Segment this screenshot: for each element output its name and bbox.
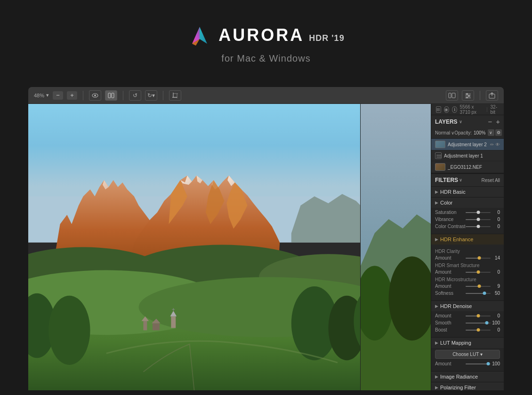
- export-button[interactable]: [486, 90, 498, 101]
- vibrance-slider-container[interactable]: [466, 219, 491, 220]
- filter-group-color-content: Saturation 0 Vibrance: [431, 208, 504, 234]
- remove-layer-button[interactable]: −: [488, 118, 492, 125]
- hdr-micro-softness-slider[interactable]: [466, 293, 491, 294]
- filter-group-image-radiance-header[interactable]: ▶ Image Radiance: [431, 371, 504, 382]
- image-radiance-arrow: ▶: [435, 374, 438, 379]
- svg-rect-44: [153, 324, 160, 331]
- layers-title[interactable]: LAYERS ∨: [435, 118, 462, 125]
- hdr-clarity-slider-container[interactable]: [466, 258, 491, 259]
- zoom-dropdown-icon: ▾: [46, 92, 49, 98]
- denoise-smooth-slider-container[interactable]: [466, 323, 491, 324]
- blend-mode-row: Normal ∨ Opacity: 100% ∨ ⚙: [431, 128, 504, 139]
- right-panel-image: [361, 104, 431, 390]
- layer-name-adj2: Adjustment layer 2: [448, 142, 488, 147]
- color-contrast-slider-container[interactable]: [466, 226, 491, 227]
- filter-group-hdr-basic-header[interactable]: ▶ HDR Basic: [431, 187, 504, 197]
- aurora-logo-icon: [187, 23, 212, 47]
- denoise-boost-slider[interactable]: [466, 330, 491, 331]
- layers-section: LAYERS ∨ − + Normal ∨ Opacity: 100%: [431, 115, 504, 174]
- vibrance-row: Vibrance 0: [435, 217, 500, 222]
- denoise-amount-slider-container[interactable]: [466, 316, 491, 316]
- image-dimensions: 5566 x 3710 px: [460, 104, 484, 115]
- filter-group-polarizing-header[interactable]: ▶ Polarizing Filter: [431, 382, 504, 390]
- filter-group-polarizing: ▶ Polarizing Filter: [431, 382, 504, 390]
- lut-amount-slider[interactable]: [466, 363, 491, 364]
- layer-thumb-adj2: [435, 141, 445, 148]
- zoom-control[interactable]: 48% ▾: [34, 92, 49, 98]
- layer-item-base[interactable]: _EGO3112.NEF: [431, 161, 504, 173]
- denoise-smooth-row: Smooth 100: [435, 320, 500, 325]
- opacity-chevron[interactable]: ∨: [488, 129, 494, 136]
- canvas-area: [28, 104, 360, 390]
- lut-arrow: ▶: [435, 340, 438, 345]
- hdr-clarity-slider[interactable]: [466, 258, 491, 259]
- denoise-amount-label: Amount: [435, 313, 466, 318]
- layer-icons-adj2: ✏ 👁: [490, 142, 500, 147]
- preview-toggle-button[interactable]: [89, 90, 101, 101]
- layer-item-adj2[interactable]: Adjustment layer 2 ✏ 👁: [431, 139, 504, 150]
- add-layer-button[interactable]: +: [496, 118, 500, 125]
- filter-group-image-radiance: ▶ Image Radiance: [431, 371, 504, 382]
- color-arrow: ▶: [435, 200, 438, 205]
- layer-item-adj1[interactable]: Adjustment layer 1: [431, 150, 504, 161]
- polarizing-arrow: ▶: [435, 385, 438, 390]
- branding-area: AURORA HDR '19 for Mac & Windows: [0, 0, 532, 87]
- filter-group-hdr-denoise-header[interactable]: ▶ HDR Denoise: [431, 301, 504, 311]
- hdr-smart-amount-value: 0: [491, 269, 500, 275]
- denoise-smooth-slider[interactable]: [466, 323, 491, 324]
- panels-toggle-button[interactable]: [446, 90, 458, 101]
- hdr-clarity-amount-label: Amount: [435, 255, 466, 261]
- denoise-amount-slider[interactable]: [466, 316, 491, 316]
- filters-title[interactable]: FILTERS ∨: [435, 177, 462, 183]
- filter-group-hdr-enhance-content: HDR Clarity Amount 14 HDR Smart Structur…: [431, 245, 504, 300]
- hdr-smart-slider[interactable]: [466, 272, 491, 273]
- filter-group-lut-header[interactable]: ▶ LUT Mapping: [431, 338, 504, 348]
- zoom-plus-button[interactable]: +: [67, 91, 77, 100]
- reset-all-button[interactable]: Reset All: [482, 178, 500, 183]
- choose-lut-button[interactable]: Choose LUT ▾: [435, 350, 500, 359]
- svg-rect-8: [449, 93, 451, 98]
- filter-group-color-header[interactable]: ▶ Color: [431, 198, 504, 208]
- blend-mode-chevron: ∨: [451, 130, 454, 135]
- hdr-basic-arrow: ▶: [435, 190, 438, 194]
- denoise-amount-value: 0: [491, 313, 500, 318]
- color-contrast-slider[interactable]: [466, 226, 491, 227]
- hdr-micro-softness-slider-container[interactable]: [466, 293, 491, 294]
- aurora-hdr-badge: HDR '19: [309, 33, 344, 43]
- hdr-micro-amount-slider[interactable]: [466, 286, 491, 287]
- hdr-micro-amount-label: Amount: [435, 284, 466, 289]
- denoise-boost-value: 0: [491, 327, 500, 332]
- split-view-button[interactable]: [105, 90, 117, 101]
- sliders-icon: [465, 93, 471, 98]
- visibility-icon[interactable]: 👁: [495, 142, 500, 147]
- hdr-micro-slider-container[interactable]: [466, 286, 491, 287]
- saturation-slider-container[interactable]: [466, 212, 491, 213]
- undo-button[interactable]: ↺: [129, 90, 141, 101]
- svg-point-13: [466, 93, 468, 95]
- opacity-stepper[interactable]: ⚙: [495, 129, 502, 136]
- toolbar: 48% ▾ − + ↺ ↻▾: [28, 87, 504, 104]
- saturation-slider[interactable]: [466, 212, 491, 213]
- sliders-button[interactable]: [462, 90, 474, 101]
- vibrance-value: 0: [491, 217, 500, 222]
- svg-point-38: [48, 296, 90, 365]
- blend-mode-selector[interactable]: Normal ∨: [435, 130, 454, 135]
- filter-group-hdr-enhance-header[interactable]: ▶ HDR Enhance: [431, 234, 504, 245]
- crop-button[interactable]: [169, 90, 181, 101]
- edit-icon[interactable]: ✏: [490, 142, 494, 147]
- denoise-boost-slider-container[interactable]: [466, 330, 491, 331]
- zoom-minus-button[interactable]: −: [53, 91, 63, 100]
- vibrance-slider[interactable]: [466, 219, 491, 220]
- filters-header: FILTERS ∨ Reset All: [431, 174, 504, 187]
- denoise-smooth-value: 100: [491, 320, 500, 325]
- layer-thumb-base: [435, 163, 445, 171]
- denoise-smooth-label: Smooth: [435, 320, 466, 325]
- hdr-smart-slider-container[interactable]: [466, 272, 491, 273]
- right-side-panel: [360, 104, 431, 390]
- layer-icon-adj1: [435, 152, 442, 159]
- info-icon-btn[interactable]: ℹ: [452, 106, 457, 113]
- lut-amount-slider-container[interactable]: [466, 363, 491, 364]
- redo-button[interactable]: ↻▾: [145, 90, 157, 101]
- image-bit-depth: 32-bit: [491, 104, 499, 115]
- app-window: 48% ▾ − + ↺ ↻▾: [28, 87, 504, 390]
